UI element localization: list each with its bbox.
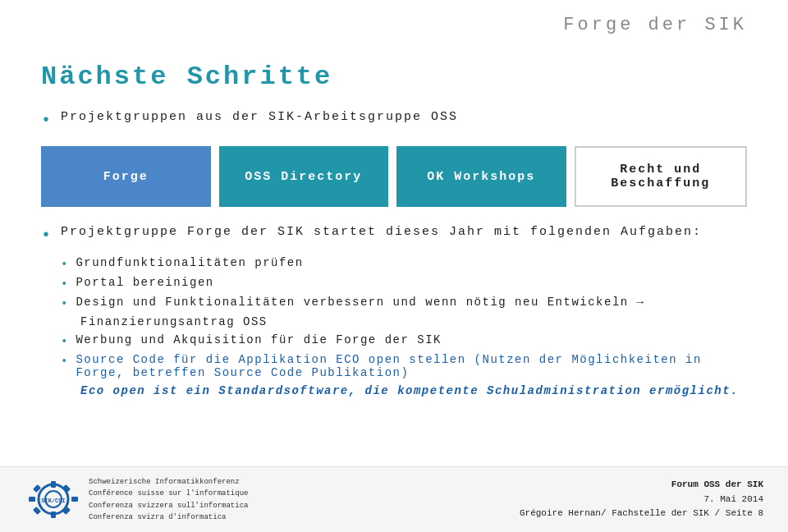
top-right-title: Forge der SIK xyxy=(563,15,747,35)
footer-org-text: Schweizerische Informatikkonferenz Confé… xyxy=(89,476,520,524)
svg-rect-8 xyxy=(33,507,41,515)
sub-bullet-3: Finanzierungsantrag OSS xyxy=(80,315,747,328)
footer-date: 7. Mai 2014 xyxy=(520,493,763,507)
slide: Forge der SIK Nächste Schritte • Projekt… xyxy=(0,0,788,493)
svg-rect-2 xyxy=(51,481,56,488)
sub-bullet-text-2: Design und Funktionalitäten verbessern u… xyxy=(76,296,644,309)
footer-org-line-1: Schweizerische Informatikkonferenz xyxy=(89,476,520,488)
box-oss-directory: OSS Directory xyxy=(219,146,389,207)
sub-bullet-text-6: Eco open ist ein Standardsoftware, die k… xyxy=(80,384,739,397)
sub-bullet-dot-1: • xyxy=(61,277,67,291)
sub-bullet-text-1: Portal bereinigen xyxy=(76,276,213,289)
box-recht-label: Recht und Beschaffung xyxy=(588,163,735,190)
sub-bullet-text-4: Werbung und Akquisition für die Forge de… xyxy=(76,333,442,346)
sub-bullet-dot-5: • xyxy=(61,355,67,368)
svg-rect-9 xyxy=(62,507,71,515)
sik-csi-logo: SIK/CSI xyxy=(25,477,82,522)
footer-right: Forum OSS der SIK 7. Mai 2014 Grégoire H… xyxy=(520,478,763,521)
sub-bullet-4: • Werbung und Akquisition für die Forge … xyxy=(61,333,747,348)
bullet-dot-2: • xyxy=(41,226,51,245)
sub-bullet-text-0: Grundfunktionalitäten prüfen xyxy=(76,256,303,269)
sub-bullet-dot-4: • xyxy=(61,335,67,348)
box-ok-label: OK Workshops xyxy=(427,170,535,184)
sub-bullet-text-3: Finanzierungsantrag OSS xyxy=(80,315,268,328)
footer-author: Grégoire Hernan/ Fachstelle der SIK / Se… xyxy=(520,507,763,521)
sub-bullet-dot-0: • xyxy=(61,258,67,271)
sub-bullet-0: • Grundfunktionalitäten prüfen xyxy=(61,256,747,271)
footer-org-line-3: Conferenza svizzera sull'informatica xyxy=(89,500,520,511)
svg-rect-5 xyxy=(71,497,78,502)
svg-text:SIK/CSI: SIK/CSI xyxy=(41,498,65,504)
footer: SIK/CSI Schweizerische Informatikkonfere… xyxy=(0,466,788,532)
sub-bullet-text-5: Source Code für die Applikation ECO open… xyxy=(76,353,747,379)
bullet-1-row: • Projektgruppen aus der SIK-Arbeitsgrup… xyxy=(41,110,747,130)
sub-bullet-2: • Design und Funktionalitäten verbessern… xyxy=(61,296,747,310)
sub-bullets: • Grundfunktionalitäten prüfen • Portal … xyxy=(61,256,747,397)
sub-bullet-dot-2: • xyxy=(61,297,67,310)
box-forge-label: Forge xyxy=(103,170,149,184)
sub-bullet-5: • Source Code für die Applikation ECO op… xyxy=(61,353,747,379)
footer-logo: SIK/CSI xyxy=(25,477,82,522)
box-ok-workshops: OK Workshops xyxy=(396,146,566,207)
footer-org-line-2: Conférence suisse sur l'informatique xyxy=(89,488,520,499)
bullet-2-row: • Projektgruppe Forge der SIK startet di… xyxy=(41,225,747,245)
sub-bullet-1: • Portal bereinigen xyxy=(61,276,747,291)
sub-bullet-6: Eco open ist ein Standardsoftware, die k… xyxy=(80,384,747,397)
svg-rect-7 xyxy=(62,484,71,493)
box-oss-label: OSS Directory xyxy=(245,170,362,184)
box-forge: Forge xyxy=(41,146,211,207)
bullet-1-text: Projektgruppen aus der SIK-Arbeitsgruppe… xyxy=(61,110,458,124)
bullet-dot-1: • xyxy=(41,111,51,130)
box-recht: Recht und Beschaffung xyxy=(575,146,748,207)
boxes-row: Forge OSS Directory OK Workshops Recht u… xyxy=(41,146,747,207)
svg-rect-3 xyxy=(51,511,56,518)
svg-rect-4 xyxy=(29,497,35,502)
footer-org-line-4: Conferenza svizra d'informatica xyxy=(89,511,520,523)
main-heading: Nächste Schritte xyxy=(41,62,747,92)
footer-forum-label: Forum OSS der SIK xyxy=(520,478,763,493)
bullet-2-text: Projektgruppe Forge der SIK startet dies… xyxy=(61,225,702,239)
